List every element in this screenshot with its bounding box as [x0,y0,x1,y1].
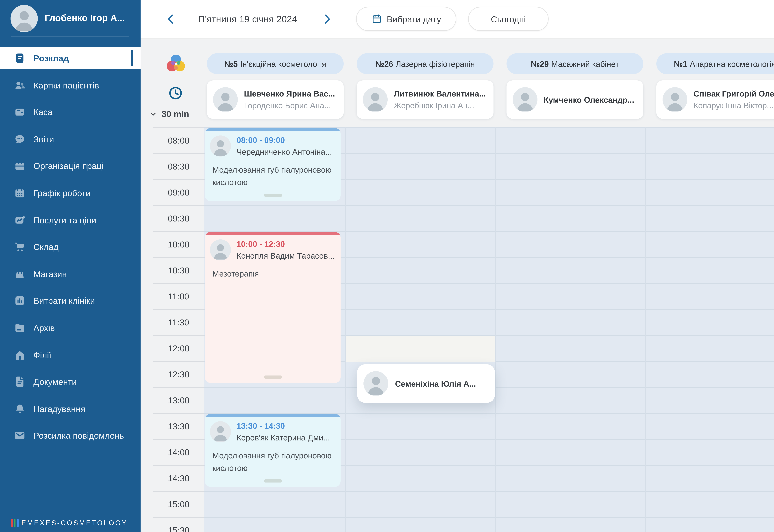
services-prices-icon [14,214,26,226]
sidebar-item-clinic-expenses[interactable]: Витрати клініки [0,290,140,312]
sidebar-item-label: Розклад [33,47,69,69]
doctor-avatar [513,87,537,112]
time-label: 13:30 [153,413,204,439]
appointment-time: 08:00 - 09:00 [237,135,332,145]
branches-icon [14,349,26,361]
time-label: 15:00 [153,491,204,517]
today-label: Сьогодні [491,14,526,24]
work-schedule-icon [14,187,26,199]
room-header: №29Масажний кабінет [506,53,643,74]
doctor-card[interactable]: Литвинюк Валентина...Жеребнюк Ірина Ан..… [357,80,493,119]
time-label: 09:30 [153,205,204,231]
sidebar-item-warehouse[interactable]: Склад [0,236,140,258]
warehouse-icon [14,241,26,253]
time-label: 14:30 [153,465,204,491]
schedule-icon [14,52,26,64]
shop-icon [14,268,26,280]
patient-name: Чередниченко Антоніна... [237,147,332,157]
sidebar-item-documents[interactable]: Документи [0,371,140,393]
time-label: 08:30 [153,153,204,179]
sidebar-item-label: Витрати клініки [33,290,95,312]
today-button[interactable]: Сьогодні [468,7,548,31]
next-day-button[interactable] [320,12,334,26]
service-name: Моделювання губ гіалуроновою кислотою [205,442,341,474]
sidebar-item-label: Архів [33,317,55,339]
patient-avatar [210,239,231,260]
sidebar-item-reports[interactable]: Звіти [0,128,140,150]
room-header: №26Лазерна фізіотерапія [357,53,493,74]
patient-name: Конопля Вадим Тарасов... [237,251,335,260]
sidebar-item-archive[interactable]: Архів [0,317,140,339]
sidebar-item-schedule[interactable]: Розклад [0,47,140,69]
sidebar-item-cashier[interactable]: Каса [0,101,140,123]
doctor-card[interactable]: Співак Григорій Оле...Копарук Інна Вікто… [656,80,774,119]
chevron-down-icon [149,110,157,118]
slot-duration-label: 30 min [161,109,189,119]
doctor-name: Кумченко Олександр... [544,95,634,104]
sidebar-item-shop[interactable]: Магазин [0,263,140,285]
doctor-name: Співак Григорій Оле... [694,89,774,98]
appointment-card[interactable]: 08:00 - 09:00Чередниченко Антоніна...Мод… [205,128,341,201]
sidebar-item-work-schedule[interactable]: Графік роботи [0,182,140,204]
reminders-icon [14,403,26,415]
drag-handle-icon[interactable] [264,479,282,483]
chevron-left-icon [164,12,178,26]
patient-name: Коров'як Катерина Дми... [237,433,330,442]
logo-text: emexes-cosmetology [21,519,127,526]
highlighted-slot[interactable] [346,336,495,362]
sidebar-item-services-prices[interactable]: Послуги та ціни [0,209,140,231]
user-avatar [11,5,38,32]
prev-day-button[interactable] [164,12,178,26]
time-label: 15:30 [153,517,204,532]
sidebar-item-reminders[interactable]: Нагадування [0,398,140,420]
chevron-right-icon [320,12,334,26]
cashier-icon [14,106,26,118]
doctor-name: Городенко Борис Ана... [244,101,335,110]
doctor-card[interactable]: Шевченко Ярина Вас...Городенко Борис Ана… [207,80,344,119]
time-label: 14:00 [153,439,204,465]
sidebar-item-messaging[interactable]: Розсилка повідомлень [0,425,140,447]
appointment-color-strip [205,128,341,131]
doctor-name: Копарук Інна Віктор... [694,101,774,110]
clock-icon [168,85,183,101]
user-profile[interactable]: Глобенко Ігор А... [0,0,140,36]
palette-icon[interactable] [164,52,187,75]
doctor-avatar [663,87,687,112]
current-date-label: П'ятниця 19 січня 2024 [186,0,310,38]
sidebar-item-label: Організація праці [33,155,103,177]
doctor-card[interactable]: Кумченко Олександр... [506,80,643,119]
doctor-avatar [363,87,388,112]
schedule-column[interactable] [345,127,495,532]
sidebar-item-label: Графік роботи [33,182,90,204]
floating-appointment-card[interactable]: Семеніхіна Юлія А... [357,364,495,403]
doctor-avatar [213,87,238,112]
time-label: 13:00 [153,387,204,413]
schedule-column[interactable] [645,127,774,532]
pick-date-button[interactable]: Вибрати дату [356,7,456,31]
sidebar-item-patients[interactable]: Картки пацієнтів [0,74,140,96]
sidebar-item-label: Розсилка повідомлень [33,425,124,447]
archive-icon [14,322,26,334]
service-name: Моделювання губ гіалуроновою кислотою [205,157,341,188]
sidebar-item-branches[interactable]: Філії [0,344,140,366]
patient-name: Семеніхіна Юлія А... [395,379,476,388]
drag-handle-icon[interactable] [264,375,282,379]
appointment-card[interactable]: 10:00 - 12:30Конопля Вадим Тарасов...Мез… [205,232,341,383]
schedule-column[interactable] [495,127,645,532]
topbar: П'ятниця 19 січня 2024 Вибрати дату Сьог… [140,0,774,39]
calendar-icon [371,14,382,24]
sidebar-item-work-organization[interactable]: Організація праці [0,155,140,177]
drag-handle-icon[interactable] [264,194,282,197]
appointment-color-strip [205,232,341,235]
appointment-color-strip [205,414,341,417]
sidebar-item-label: Нагадування [33,398,85,420]
appointment-card[interactable]: 13:30 - 14:30Коров'як Катерина Дми...Мод… [205,414,341,487]
app: Глобенко Ігор А... РозкладКартки пацієнт… [0,0,774,532]
clinic-expenses-icon [14,295,26,307]
documents-icon [14,376,26,388]
sidebar-item-label: Каса [33,101,52,123]
time-label: 10:00 [153,231,204,257]
service-name: Мезотерапія [205,260,341,280]
time-label: 10:30 [153,257,204,283]
slot-duration-select[interactable]: 30 min [149,105,206,122]
